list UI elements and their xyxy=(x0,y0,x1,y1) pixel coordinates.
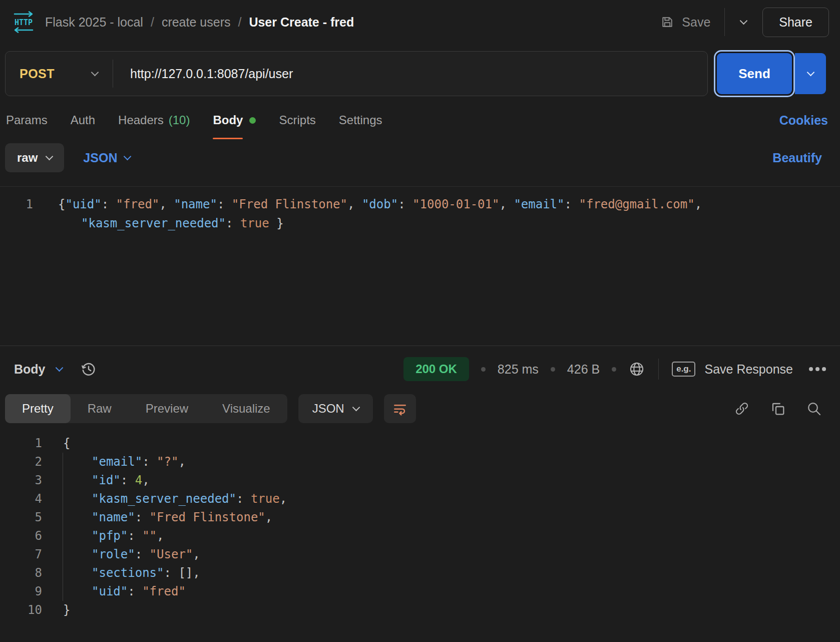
language-label: JSON xyxy=(83,151,117,165)
tab-raw[interactable]: Raw xyxy=(71,394,129,423)
response-toolbar-icons xyxy=(734,401,835,417)
share-button[interactable]: Share xyxy=(762,8,829,37)
code-line: 1{"uid": "fred", "name": "Fred Flinstone… xyxy=(0,195,840,214)
response-view-tabs: Pretty Raw Preview Visualize JSON xyxy=(0,392,840,425)
request-title[interactable]: User Create - fred xyxy=(249,15,354,30)
code-line: 10} xyxy=(0,601,840,619)
meta-separator-dot xyxy=(481,367,486,372)
example-icon[interactable]: e.g. xyxy=(672,362,695,377)
code-line: "kasm_server_needed": true } xyxy=(0,214,840,233)
chevron-down-icon xyxy=(46,152,54,160)
code-line: 9"uid": "fred" xyxy=(0,582,840,601)
save-icon xyxy=(660,15,674,29)
body-format-label: raw xyxy=(17,151,38,165)
response-history-button[interactable] xyxy=(80,361,97,378)
breadcrumb-collection[interactable]: Flask 2025 - local xyxy=(45,15,143,30)
request-url-row: POST Send xyxy=(5,51,832,96)
code-line: 7"role": "User", xyxy=(0,545,840,564)
tab-body-label: Body xyxy=(213,101,243,139)
language-selector[interactable]: JSON xyxy=(83,151,130,165)
response-body-viewer[interactable]: 1{2"email": "?",3"id": 4,4"kasm_server_n… xyxy=(0,425,840,642)
header-actions: Save Share xyxy=(646,8,829,37)
save-options-chevron[interactable] xyxy=(725,21,762,24)
tab-body[interactable]: Body xyxy=(213,101,256,139)
history-clock-icon xyxy=(80,361,97,378)
chevron-down-icon xyxy=(55,364,63,372)
response-header-bar: Body 200 OK 825 ms 426 B xyxy=(0,346,840,392)
send-button-group: Send xyxy=(717,51,832,96)
tab-headers[interactable]: Headers (10) xyxy=(118,101,190,139)
tab-visualize[interactable]: Visualize xyxy=(205,394,287,423)
chevron-down-icon xyxy=(806,68,814,76)
code-line: 4"kasm_server_needed": true, xyxy=(0,490,840,508)
request-tabs: Params Auth Headers (10) Body Scripts Se… xyxy=(0,101,840,139)
response-time: 825 ms xyxy=(498,362,539,377)
beautify-link[interactable]: Beautify xyxy=(772,151,835,165)
save-response-button[interactable]: Save Response xyxy=(704,362,793,377)
body-modified-dot xyxy=(249,117,256,124)
method-selector[interactable]: POST xyxy=(6,67,113,81)
send-button[interactable]: Send xyxy=(717,53,792,94)
code-line: 1{ xyxy=(0,434,840,453)
send-label: Send xyxy=(738,66,770,82)
breadcrumb-separator: / xyxy=(238,15,241,30)
response-view-segmented-control: Pretty Raw Preview Visualize xyxy=(5,394,287,423)
copy-icon xyxy=(770,401,786,417)
code-line: 8"sections": [], xyxy=(0,564,840,582)
tab-auth-label: Auth xyxy=(71,101,95,139)
meta-separator-dot xyxy=(551,367,555,372)
request-header-bar: HTTP Flask 2025 - local / create users /… xyxy=(0,0,840,44)
cookies-link[interactable]: Cookies xyxy=(779,113,834,128)
chevron-down-icon xyxy=(124,152,132,160)
code-line: 2"email": "?", xyxy=(0,453,840,471)
copy-link-button[interactable] xyxy=(734,401,750,417)
tab-params-label: Params xyxy=(6,101,48,139)
postman-window: HTTP Flask 2025 - local / create users /… xyxy=(0,0,840,642)
globe-icon xyxy=(628,361,645,378)
code-line: 6"pfp": "", xyxy=(0,527,840,545)
response-language-selector[interactable]: JSON xyxy=(298,394,373,423)
meta-separator-dot xyxy=(612,367,616,372)
tab-settings-label: Settings xyxy=(339,101,382,139)
send-options-button[interactable] xyxy=(795,53,826,94)
headers-count-badge: (10) xyxy=(169,113,190,127)
link-icon xyxy=(734,401,750,417)
save-label: Save xyxy=(682,15,710,30)
search-icon xyxy=(806,401,822,417)
tab-headers-label: Headers (10) xyxy=(118,101,190,139)
breadcrumb-separator: / xyxy=(151,15,154,30)
search-response-button[interactable] xyxy=(806,401,822,417)
chevron-down-icon xyxy=(352,403,360,411)
body-format-row: raw JSON Beautify xyxy=(0,139,840,176)
tab-scripts-label: Scripts xyxy=(279,101,315,139)
response-language-label: JSON xyxy=(312,402,344,416)
method-label: POST xyxy=(20,67,55,81)
tab-pretty[interactable]: Pretty xyxy=(5,394,71,423)
protocol-badge-label: HTTP xyxy=(15,18,33,27)
wrap-lines-button[interactable] xyxy=(384,394,416,423)
code-line: 5"name": "Fred Flinstone", xyxy=(0,508,840,527)
tab-params[interactable]: Params xyxy=(6,101,48,139)
breadcrumb-folder[interactable]: create users xyxy=(162,15,231,30)
url-container: POST xyxy=(5,51,708,96)
request-body-editor[interactable]: 1{"uid": "fred", "name": "Fred Flinstone… xyxy=(0,187,840,346)
more-options-icon[interactable] xyxy=(809,367,826,371)
url-input[interactable] xyxy=(113,67,707,81)
save-button[interactable]: Save xyxy=(646,15,724,30)
response-meta: 200 OK 825 ms 426 B e.g. Save Response xyxy=(403,357,826,381)
status-badge: 200 OK xyxy=(403,357,469,381)
body-format-selector[interactable]: raw xyxy=(5,143,64,172)
chevron-down-icon xyxy=(740,17,748,25)
wrap-lines-icon xyxy=(392,401,408,417)
tab-auth[interactable]: Auth xyxy=(71,101,95,139)
tab-preview[interactable]: Preview xyxy=(129,394,205,423)
chevron-down-icon xyxy=(91,68,99,76)
share-label: Share xyxy=(779,15,812,29)
http-request-icon: HTTP xyxy=(11,11,36,34)
tab-scripts[interactable]: Scripts xyxy=(279,101,315,139)
copy-response-button[interactable] xyxy=(770,401,786,417)
network-info-button[interactable] xyxy=(628,361,645,378)
tab-settings[interactable]: Settings xyxy=(339,101,382,139)
meta-divider xyxy=(658,359,659,380)
response-panel-chevron[interactable] xyxy=(57,368,62,371)
